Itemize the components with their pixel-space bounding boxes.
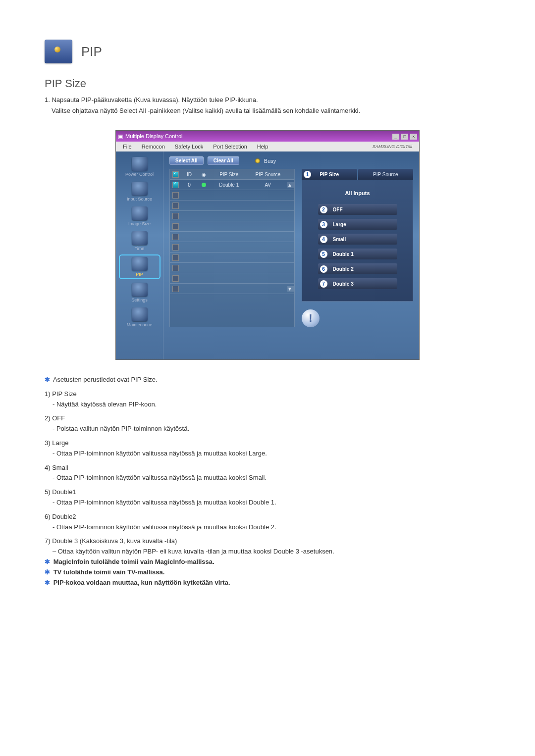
option-double1[interactable]: 5Double 1 (318, 249, 397, 259)
sidebar-item-power-control[interactable]: Power Control (120, 155, 160, 178)
window-icon: ▣ (118, 133, 123, 140)
row-checkbox[interactable] (172, 202, 179, 209)
sidebar-item-maintenance[interactable]: Maintenance (120, 306, 160, 329)
row-checkbox[interactable] (172, 254, 179, 261)
sidebar-item-image-size[interactable]: Image Size (120, 205, 160, 228)
row-id: 0 (181, 182, 198, 188)
star-icon: ✱ (45, 578, 52, 588)
option-large[interactable]: 3Large (318, 219, 397, 230)
row-checkbox[interactable] (172, 244, 179, 251)
pip-icon (45, 40, 72, 63)
busy-indicator-icon (255, 158, 260, 163)
row-checkbox[interactable] (172, 213, 179, 219)
list-item: 6) Double2 (45, 512, 490, 522)
col-status-icon: ◉ (198, 172, 210, 177)
menu-safety-lock[interactable]: Safety Lock (171, 143, 207, 151)
list-item-desc: – Ottaa käyttöön valitun näytön PBP- eli… (53, 547, 490, 557)
all-inputs-label: All Inputs (345, 190, 370, 196)
table-row[interactable]: 0 Double 1 AV ▲ (170, 180, 294, 190)
brand-label: SAMSUNG DIGITall (369, 143, 416, 150)
window-controls[interactable]: _ □ × (392, 133, 417, 140)
list-item-desc: - Ottaa PIP-toiminnon käyttöön valitussa… (53, 449, 490, 459)
intro-line-1: 1. Napsauta PIP-pääkuvaketta (Kuva kuvas… (45, 95, 490, 105)
list-item: 1) PIP Size (45, 389, 490, 400)
menu-help[interactable]: Help (253, 143, 272, 151)
list-item: 4) Small (45, 463, 490, 473)
list-item: 3) Large (45, 438, 490, 449)
option-double3[interactable]: 7Double 3 (318, 278, 397, 289)
list-item: 5) Double1 (45, 487, 490, 498)
row-checkbox[interactable] (172, 275, 179, 282)
sidebar-item-input-source[interactable]: Input Source (120, 180, 160, 203)
close-icon[interactable]: × (410, 134, 417, 140)
titlebar: ▣ Multiple Display Control _ □ × (116, 131, 419, 142)
note-star-2: ✱ MagicInfoin tulolähde toimii vain Magi… (45, 557, 490, 567)
display-table: ID ◉ PIP Size PIP Source 0 Double 1 AV ▲ (169, 169, 295, 327)
minimize-icon[interactable]: _ (392, 134, 399, 140)
list-item-desc: - Ottaa PIP-toiminnon käyttöön valitussa… (53, 473, 490, 483)
badge-1: 1 (304, 171, 311, 178)
option-double2[interactable]: 6Double 2 (318, 263, 397, 274)
note-star-4: ✱ PIP-kokoa voidaan muuttaa, kun näyttöö… (45, 578, 490, 588)
note-star-1: ✱ Asetusten perustiedot ovat PIP Size. (45, 375, 490, 385)
row-pip-source: AV (249, 182, 288, 188)
row-checkbox[interactable] (172, 265, 179, 271)
select-all-button[interactable]: Select All (169, 156, 204, 165)
sidebar-item-time[interactable]: Time (120, 230, 160, 252)
app-window: ▣ Multiple Display Control _ □ × File Re… (115, 130, 420, 360)
col-pip-size: PIP Size (210, 172, 249, 177)
list-item-desc: - Poistaa valitun näytön PIP-toiminnon k… (53, 424, 490, 434)
option-off[interactable]: 2OFF (318, 204, 397, 215)
star-icon: ✱ (45, 557, 52, 567)
sidebar-item-settings[interactable]: Settings (120, 281, 160, 304)
sidebar-item-pip[interactable]: PIP (119, 254, 160, 279)
row-checkbox[interactable] (172, 286, 179, 292)
status-dot-icon (202, 183, 206, 187)
menu-remocon[interactable]: Remocon (138, 143, 169, 151)
list-item-desc: - Ottaa PIP-toiminnon käyttöön valitussa… (53, 498, 490, 508)
page-title: PIP (81, 44, 102, 59)
row-checkbox[interactable] (172, 182, 179, 188)
sidebar: Power Control Input Source Image Size Ti… (116, 151, 163, 359)
maximize-icon[interactable]: □ (401, 134, 408, 140)
row-pip-size: Double 1 (210, 182, 249, 188)
info-icon: ! (302, 309, 320, 327)
menubar: File Remocon Safety Lock Port Selection … (116, 142, 419, 151)
tab-pip-source[interactable]: PIP Source (358, 169, 414, 180)
menu-port-selection[interactable]: Port Selection (209, 143, 251, 151)
list-item-desc: - Ottaa PIP-toiminnon käyttöön valitussa… (53, 522, 490, 533)
list-item-desc: - Näyttää käytössä olevan PIP-koon. (53, 400, 490, 410)
note-star-3: ✱ TV tulolähde toimii vain TV-mallissa. (45, 567, 490, 578)
scrollbar[interactable]: ▲ (287, 182, 294, 188)
row-checkbox[interactable] (172, 234, 179, 240)
menu-file[interactable]: File (119, 143, 136, 151)
busy-label: Busy (264, 158, 276, 164)
header-checkbox[interactable] (172, 171, 179, 178)
col-id: ID (181, 172, 198, 177)
scrollbar[interactable]: ▼ (287, 286, 294, 292)
star-icon: ✱ (45, 375, 52, 385)
section-title: PIP Size (45, 77, 490, 90)
list-item: 7) Double 3 (Kaksoiskuva 3, kuva kuvalta… (45, 536, 490, 547)
option-small[interactable]: 4Small (318, 234, 397, 245)
star-icon: ✱ (45, 567, 52, 578)
list-item: 2) OFF (45, 413, 490, 424)
options-panel: 1 PIP Size PIP Source All Inputs 2OFF 3L… (302, 169, 413, 327)
intro-line-2: Valitse ohjattava näyttö Select All -pai… (52, 106, 490, 116)
window-title: Multiple Display Control (125, 133, 183, 139)
row-checkbox[interactable] (172, 223, 179, 230)
clear-all-button[interactable]: Clear All (208, 156, 239, 165)
col-pip-source: PIP Source (249, 172, 288, 177)
tab-pip-size[interactable]: 1 PIP Size (302, 169, 357, 180)
row-checkbox[interactable] (172, 192, 179, 199)
